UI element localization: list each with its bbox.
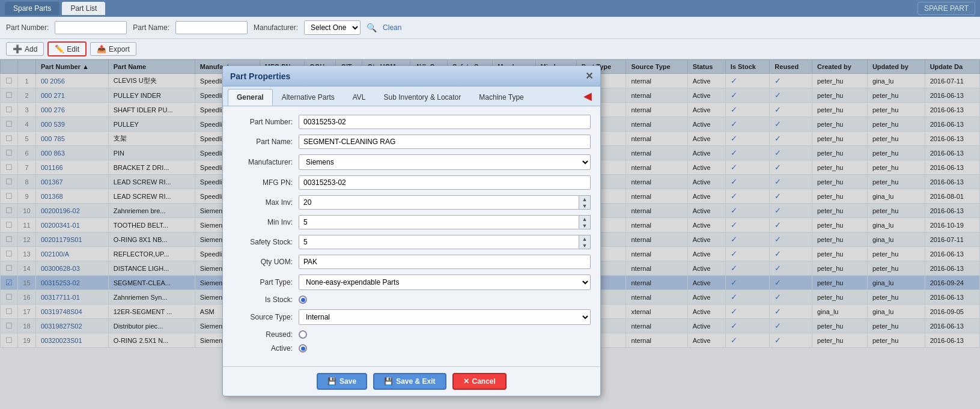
- edit-button[interactable]: ✏️ Edit: [47, 41, 87, 56]
- dialog-body: Part Number: Part Name: Manufacturer: Si…: [223, 106, 600, 366]
- max-inv-row: Max Inv: ▲ ▼: [233, 195, 591, 210]
- part-number-field[interactable]: [299, 115, 591, 129]
- manufacturer-label: Manufacturer:: [254, 23, 298, 32]
- part-name-input[interactable]: [175, 21, 248, 34]
- active-field-label: Active:: [233, 344, 299, 353]
- qty-uom-field-label: Qty UOM:: [233, 258, 299, 266]
- add-icon: ➕: [13, 44, 22, 53]
- cancel-button[interactable]: ✕ Cancel: [452, 373, 507, 390]
- part-number-row: Part Number:: [233, 115, 591, 129]
- qty-uom-field[interactable]: [299, 255, 591, 269]
- max-inv-down[interactable]: ▼: [579, 202, 590, 209]
- max-inv-up[interactable]: ▲: [579, 196, 590, 202]
- safety-stock-down[interactable]: ▼: [579, 242, 590, 249]
- max-inv-spin-buttons: ▲ ▼: [579, 195, 591, 210]
- spare-part-button[interactable]: SPARE PART: [918, 2, 975, 15]
- min-inv-spin-buttons: ▲ ▼: [579, 215, 591, 229]
- qty-uom-row: Qty UOM:: [233, 255, 591, 269]
- save-label: Save: [339, 377, 356, 386]
- part-properties-dialog: Part Properties ✕ General Alternative Pa…: [222, 65, 601, 396]
- max-inv-spinner: ▲ ▼: [299, 195, 591, 210]
- part-name-label: Part Name:: [133, 23, 169, 32]
- mfg-pn-field[interactable]: [299, 175, 591, 190]
- save-exit-button[interactable]: 💾 Save & Exit: [373, 373, 446, 390]
- active-row: Active:: [233, 344, 591, 353]
- min-inv-down[interactable]: ▼: [579, 222, 590, 229]
- part-name-field-label: Part Name:: [233, 138, 299, 146]
- is-stock-radio[interactable]: [299, 295, 307, 304]
- safety-stock-spinner: ▲ ▼: [299, 235, 591, 249]
- dialog-tabs: General Alternative Parts AVL Sub Invent…: [223, 86, 600, 106]
- save-button[interactable]: 💾 Save: [317, 373, 367, 390]
- top-nav: Spare Parts Part List SPARE PART: [0, 0, 980, 17]
- tab-sub-inventory[interactable]: Sub Inventory & Locator: [375, 89, 470, 106]
- dialog-footer: 💾 Save 💾 Save & Exit ✕ Cancel: [223, 366, 600, 396]
- mfg-pn-field-label: MFG PN:: [233, 178, 299, 187]
- manufacturer-field-label: Manufacturer:: [233, 158, 299, 166]
- min-inv-spinner: ▲ ▼: [299, 215, 591, 229]
- safety-stock-up[interactable]: ▲: [579, 235, 590, 242]
- main-area: Part Number ▲ Part Name Manufacturer MFG…: [0, 59, 980, 409]
- max-inv-field-label: Max Inv:: [233, 198, 299, 207]
- edit-label: Edit: [67, 45, 79, 53]
- mfg-pn-row: MFG PN:: [233, 175, 591, 190]
- action-bar: ➕ Add ✏️ Edit 📤 Export: [0, 39, 980, 59]
- safety-stock-field-label: Safety Stock:: [233, 238, 299, 246]
- dialog-title-bar: Part Properties ✕: [223, 66, 600, 86]
- is-stock-field-label: Is Stock:: [233, 295, 299, 304]
- save-exit-icon: 💾: [384, 377, 393, 386]
- edit-icon: ✏️: [55, 44, 64, 53]
- is-stock-row: Is Stock:: [233, 295, 591, 304]
- add-label: Add: [25, 45, 37, 53]
- dialog-close-button[interactable]: ✕: [585, 70, 593, 82]
- reused-row: Reused:: [233, 330, 591, 339]
- reused-field-label: Reused:: [233, 330, 299, 339]
- tab-machine-type[interactable]: Machine Type: [470, 89, 533, 106]
- export-button[interactable]: 📤 Export: [90, 42, 136, 56]
- tab-spare-parts[interactable]: Spare Parts: [5, 2, 59, 15]
- safety-stock-row: Safety Stock: ▲ ▼: [233, 235, 591, 249]
- max-inv-field[interactable]: [299, 195, 579, 210]
- part-number-label: Part Number:: [6, 23, 49, 32]
- tab-general[interactable]: General: [228, 89, 273, 106]
- min-inv-row: Min Inv: ▲ ▼: [233, 215, 591, 229]
- part-number-input[interactable]: [55, 21, 127, 34]
- tab-part-list[interactable]: Part List: [62, 2, 105, 15]
- min-inv-field[interactable]: [299, 215, 579, 229]
- safety-stock-spin-buttons: ▲ ▼: [579, 235, 591, 249]
- source-type-row: Source Type: Internal: [233, 309, 591, 325]
- part-name-row: Part Name:: [233, 135, 591, 149]
- safety-stock-field[interactable]: [299, 235, 579, 249]
- part-number-field-label: Part Number:: [233, 118, 299, 126]
- source-type-field[interactable]: Internal: [299, 309, 591, 325]
- cancel-icon: ✕: [463, 377, 469, 386]
- part-type-row: Part Type: None-easy-expendable Parts: [233, 274, 591, 290]
- export-icon: 📤: [97, 44, 106, 53]
- save-icon: 💾: [327, 377, 336, 386]
- tab-avl[interactable]: AVL: [344, 89, 375, 106]
- reused-radio[interactable]: [299, 330, 307, 339]
- source-type-field-label: Source Type:: [233, 313, 299, 321]
- part-type-field-label: Part Type:: [233, 278, 299, 286]
- part-type-field[interactable]: None-easy-expendable Parts: [299, 274, 591, 290]
- search-button[interactable]: 🔍: [367, 23, 377, 32]
- clean-button[interactable]: Clean: [383, 23, 401, 32]
- toolbar: Part Number: Part Name: Manufacturer: Se…: [0, 17, 980, 39]
- dialog-title: Part Properties: [230, 71, 290, 81]
- cancel-label: Cancel: [472, 377, 496, 386]
- manufacturer-row: Manufacturer: Siemens: [233, 154, 591, 170]
- tab-alternative-parts[interactable]: Alternative Parts: [273, 89, 344, 106]
- active-radio[interactable]: [299, 344, 307, 353]
- manufacturer-select[interactable]: Select One: [304, 20, 361, 35]
- min-inv-up[interactable]: ▲: [579, 216, 590, 222]
- manufacturer-field[interactable]: Siemens: [299, 154, 591, 170]
- add-button[interactable]: ➕ Add: [6, 42, 44, 56]
- arrow-icon: ◀: [583, 86, 595, 106]
- min-inv-field-label: Min Inv:: [233, 218, 299, 226]
- part-name-field[interactable]: [299, 135, 591, 149]
- export-label: Export: [109, 45, 130, 53]
- save-exit-label: Save & Exit: [396, 377, 435, 386]
